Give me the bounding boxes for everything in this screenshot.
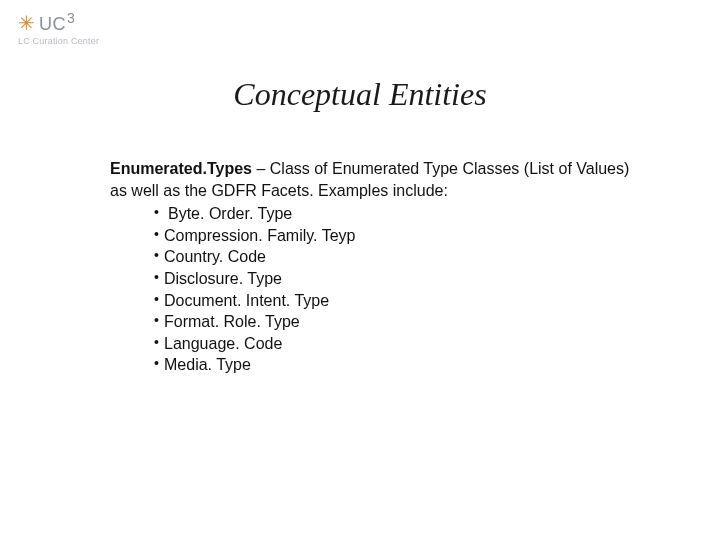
brand-logo-top: ✳ UC3 bbox=[18, 10, 75, 35]
page-title: Conceptual Entities bbox=[0, 76, 720, 113]
bullet-list: Byte. Order. Type Compression. Family. T… bbox=[110, 203, 630, 376]
list-item: Document. Intent. Type bbox=[154, 290, 630, 312]
brand-suffix: 3 bbox=[67, 10, 75, 26]
list-item: Compression. Family. Teyp bbox=[154, 225, 630, 247]
list-item: Country. Code bbox=[154, 246, 630, 268]
lead-term: Enumerated.Types bbox=[110, 160, 252, 177]
brand-text: UC3 bbox=[39, 10, 75, 35]
list-item: Byte. Order. Type bbox=[154, 203, 630, 225]
brand-logo: ✳ UC3 LC Curation Center bbox=[18, 10, 99, 46]
list-item: Language. Code bbox=[154, 333, 630, 355]
brand-prefix: UC bbox=[39, 14, 66, 34]
body-text: Enumerated.Types – Class of Enumerated T… bbox=[110, 158, 630, 376]
list-item: Format. Role. Type bbox=[154, 311, 630, 333]
list-item: Media. Type bbox=[154, 354, 630, 376]
list-item: Disclosure. Type bbox=[154, 268, 630, 290]
sun-icon: ✳ bbox=[18, 13, 35, 33]
lead-paragraph: Enumerated.Types – Class of Enumerated T… bbox=[110, 158, 630, 201]
brand-subline: LC Curation Center bbox=[18, 36, 99, 46]
lead-sep: – bbox=[252, 160, 270, 177]
slide: ✳ UC3 LC Curation Center Conceptual Enti… bbox=[0, 0, 720, 540]
